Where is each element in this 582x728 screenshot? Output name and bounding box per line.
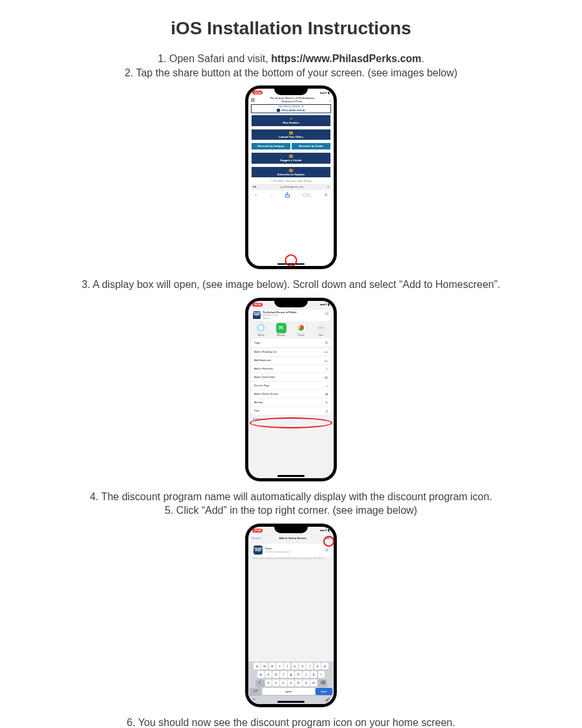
share-icon [285,192,290,197]
star-icon: ★ [289,117,293,120]
share-sheet-header: PHILASD PERKS The School District of Phi… [251,310,331,321]
offer-icon [289,131,293,135]
search-icon: ⌕ [329,98,331,102]
highlight-add-to-homescreen [250,417,332,428]
back-icon: ‹ [255,193,256,197]
kb-row-2: a s d f g h j k l [250,671,332,678]
app-chrome: Chrome [296,323,307,336]
key-b: b [295,679,302,687]
shortcut-name: Perks [265,547,290,550]
key-i: i [307,663,314,670]
screenshot-2: 12:18 ●●● ▾ ▮ PHILASD PERKS The School D… [246,298,336,481]
key-j: j [303,671,310,678]
key-o: o [314,663,321,670]
star-outline-icon: ☆ [325,367,328,371]
key-123: 123 [250,688,261,695]
plus-box-icon: ⊞ [325,392,328,396]
key-r: r [276,663,283,670]
action-favorites: Add to Favorites☆ [251,365,331,373]
key-h: h [295,671,302,678]
card-subscribe: Subscribe for Updates [252,167,330,178]
airdrop-icon [256,323,266,333]
forward-icon: › [270,193,272,197]
key-l: l [318,671,325,678]
app-airdrop: AirDrop [256,323,266,336]
sheet-title: Add to Home Screen [279,536,306,540]
site-logo: THE SCHOOL DISTRICT OF PHILADELPHIA [251,104,331,113]
safari-toolbar: ‹ › ▢▢ ⧉ [248,192,334,201]
site-header: The School District of Philadelphia Empl… [248,96,334,103]
instruction-step-3: 3. A display box will open, (see image b… [13,278,569,292]
url-text: philasdperks.com [283,185,303,188]
key-n: n [303,679,310,687]
spacer [248,560,334,661]
share-subtitle: philasdperks.com [263,314,298,316]
key-k: k [310,671,318,678]
screenshot-3: 12:18 ●●● ▾ ▮ Cancel Add to Home Screen … [246,524,336,707]
screenshot-1: 12:18 ●●● ▾ ▮ The School District of Phi… [246,86,336,269]
card-by-category: Discounts by Category [252,143,290,149]
text-size-icon: AA [253,185,256,188]
kb-row-1: q w e r t y u i o p [250,663,332,670]
site-thumbnail: PHILASD PERKS [253,311,261,319]
home-indicator [277,701,305,703]
action-copy: Copy⧉ [251,338,331,347]
card-suggest: Suggest a Vendor [252,153,330,164]
app-messages: ✉Messages [276,323,286,336]
highlight-share-button [285,254,297,267]
status-time: 12:18 [252,529,263,533]
key-g: g [288,671,295,678]
highlight-add-button [323,536,334,547]
home-indicator [277,475,305,477]
keyboard: q w e r t y u i o p a s d f g h [248,661,334,704]
hamburger-icon [251,98,255,102]
key-z: z [265,679,272,687]
key-x: x [272,679,279,687]
notch [274,301,308,307]
key-d: d [272,671,279,678]
key-m: m [310,679,318,687]
step-1-prefix: 1. Open Safari and visit, [158,53,271,64]
card-new-vendors: ★New Vendors [252,115,330,126]
key-u: u [299,663,306,670]
page-title: iOS Installation Instructions [13,18,569,39]
chrome-icon [296,323,307,333]
instruction-step-6: 6. You should now see the discount progr… [13,716,569,728]
share-actions-list-1: Copy⧉ [251,338,331,347]
step-2: 2. Tap the share button at the bottom of… [125,67,458,78]
print-icon: ⎙ [326,409,328,413]
share-options: Options › [263,317,298,320]
logo-mark-icon [277,109,280,112]
notch [274,89,308,95]
bookmarks-icon: ▢▢ [303,193,311,197]
cancel-button: Cancel [252,536,260,540]
glasses-icon: 👓 [324,350,328,354]
suggest-icon [289,155,293,158]
key-w: w [261,663,268,670]
action-homescreen: Add to Home Screen⊞ [251,390,331,399]
card-by-vendor: Discounts by Vendor [292,143,330,149]
close-icon: ✕ [325,311,329,316]
key-q: q [253,663,261,670]
reload-icon: ↻ [327,185,329,188]
status-time: 12:18 [252,303,263,307]
notch [274,527,308,533]
step-5: 5. Click “Add” in the top right corner. … [165,505,417,516]
share-apps-row: AirDrop ✉Messages Chrome ⋯More [248,323,334,338]
key-f: f [280,671,287,678]
step-1-suffix: . [422,53,424,64]
key-space: space [263,688,315,695]
add-sheet-toolbar: Cancel Add to Home Screen Add [248,535,334,541]
action-print: Print⎙ [251,407,331,415]
step-4: 4. The discount program name will automa… [90,491,492,502]
mic-icon: 🎤 [325,697,330,701]
action-find: Find on Page⌕ [251,382,331,390]
note-icon: ▤ [325,375,328,379]
instruction-step-4-5: 4. The discount program name will automa… [13,490,569,518]
key-a: a [257,671,264,678]
copy-icon: ⧉ [325,340,328,345]
share-actions-list-2: Add to Reading List👓 Add Bookmark▭ Add t… [251,348,331,415]
key-s: s [265,671,272,678]
action-markup: Markup✎ [251,399,331,407]
markup-icon: ✎ [325,401,328,404]
